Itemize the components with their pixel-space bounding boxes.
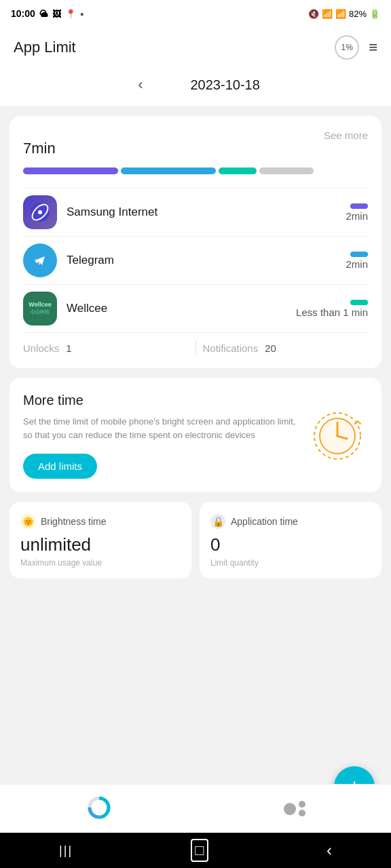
wifi-icon: 📶 (322, 9, 333, 19)
notifications-value: 20 (265, 342, 276, 354)
time-label: 10:00 (11, 8, 35, 19)
usage-time: 7min (23, 130, 56, 158)
notifications-label: Notifications (203, 342, 259, 354)
limit-cards-row: 🌞 Brightness time unlimited Maximum usag… (10, 502, 381, 578)
battery-icon: 🔋 (369, 9, 380, 19)
more-time-title: More time (23, 393, 307, 408)
more-time-right (307, 393, 368, 479)
unlocks-stat: Unlocks 1 (23, 342, 189, 354)
application-sub: Limit quantity (210, 558, 371, 568)
telegram-dot (350, 252, 368, 257)
date-back-arrow[interactable]: ‹ (131, 73, 149, 96)
wellcee-icon-wrap: Wellcee心心向往 (23, 292, 57, 326)
brightness-label: Brightness time (41, 516, 106, 527)
brightness-card: 🌞 Brightness time unlimited Maximum usag… (10, 502, 191, 578)
wellcee-label: Wellcee (67, 302, 296, 315)
android-nav-bar: ||| □ ‹ (0, 833, 391, 868)
application-icon: 🔒 (210, 514, 225, 529)
more-time-desc: Set the time limit of mobile phone's bri… (23, 415, 307, 441)
app-item-samsung: Samsung Internet 2min (23, 188, 368, 236)
telegram-time-right: 2min (346, 252, 368, 270)
bottom-nav-donut[interactable] (86, 795, 112, 823)
app-header: App Limit 1% ≡ (0, 27, 391, 68)
dot-indicator: ● (80, 10, 84, 18)
photo-icon: 🖼 (52, 9, 61, 19)
stats-row: Unlocks 1 Notifications 20 (23, 332, 368, 357)
date-label: 2023-10-18 (191, 77, 260, 93)
nav-dot-large (284, 803, 296, 815)
application-card: 🔒 Application time 0 Limit quantity (200, 502, 381, 578)
timer-label: 1% (341, 43, 352, 52)
status-bar: 10:00 🌥 🖼 📍 ● 🔇 📶 📶 82% 🔋 (0, 0, 391, 27)
svg-point-2 (38, 210, 42, 214)
brightness-header: 🌞 Brightness time (20, 514, 181, 529)
date-navigation: ‹ 2023-10-18 (0, 68, 391, 106)
mute-icon: 🔇 (308, 9, 319, 19)
usage-total-time: 7 (23, 140, 31, 157)
telegram-label: Telegram (67, 254, 346, 267)
unlocks-label: Unlocks (23, 342, 59, 354)
android-back-button[interactable]: ‹ (327, 841, 332, 860)
location-icon: 📍 (65, 9, 76, 19)
signal-icon: 📶 (335, 9, 346, 19)
clock-icon (310, 409, 365, 463)
more-time-card: More time Set the time limit of mobile p… (10, 378, 381, 492)
brightness-value: unlimited (20, 534, 181, 555)
usage-header: 7min See more (23, 130, 368, 158)
stat-divider (196, 341, 196, 355)
samsung-dot (350, 203, 368, 209)
segment-telegram (121, 167, 216, 174)
nav-dot-small-1 (299, 801, 305, 808)
samsung-internet-label: Samsung Internet (67, 205, 346, 219)
brightness-sub: Maximum usage value (20, 558, 181, 568)
wellcee-duration: Less than 1 min (296, 307, 368, 318)
segment-other (259, 167, 314, 174)
samsung-internet-icon (23, 195, 57, 229)
usage-card: 7min See more Samsung Intern (10, 116, 381, 368)
main-content: 7min See more Samsung Intern (0, 106, 391, 642)
wellcee-icon: Wellcee心心向往 (23, 292, 57, 326)
segment-samsung (23, 167, 118, 174)
header-icons: 1% ≡ (335, 35, 377, 60)
samsung-icon-wrap (23, 195, 57, 229)
status-time: 10:00 🌥 🖼 📍 ● (11, 8, 84, 19)
battery-label: 82% (349, 9, 367, 19)
unlocks-value: 1 (66, 342, 71, 354)
application-value: 0 (210, 534, 371, 555)
nav-dot-small-2 (299, 810, 305, 816)
samsung-time-right: 2min (346, 203, 368, 222)
app-item-wellcee: Wellcee心心向往 Wellcee Less than 1 min (23, 284, 368, 332)
see-more-link[interactable]: See more (324, 130, 368, 141)
more-time-left: More time Set the time limit of mobile p… (23, 393, 307, 479)
android-home-button[interactable]: □ (191, 839, 208, 862)
notifications-stat: Notifications 20 (203, 342, 369, 354)
telegram-icon (23, 243, 57, 277)
cloud-icon: 🌥 (39, 9, 48, 19)
wellcee-time-right: Less than 1 min (296, 300, 368, 318)
wellcee-dot (350, 300, 368, 305)
android-menu-button[interactable]: ||| (59, 844, 73, 858)
bottom-navigation (0, 784, 391, 833)
add-limits-button[interactable]: Add limits (23, 454, 97, 479)
segment-wellcee (219, 167, 257, 174)
progress-bar (23, 167, 368, 174)
telegram-icon-wrap (23, 243, 57, 277)
brightness-icon: 🌞 (20, 514, 35, 529)
app-item-telegram: Telegram 2min (23, 236, 368, 284)
timer-icon-button[interactable]: 1% (335, 35, 359, 60)
app-title: App Limit (14, 39, 76, 56)
bottom-nav-dots[interactable] (284, 801, 305, 816)
application-label: Application time (231, 516, 298, 527)
telegram-duration: 2min (346, 258, 368, 270)
status-right: 🔇 📶 📶 82% 🔋 (308, 9, 380, 19)
samsung-duration: 2min (346, 210, 368, 222)
usage-unit: min (31, 140, 55, 157)
application-header: 🔒 Application time (210, 514, 371, 529)
filter-icon[interactable]: ≡ (369, 39, 377, 56)
